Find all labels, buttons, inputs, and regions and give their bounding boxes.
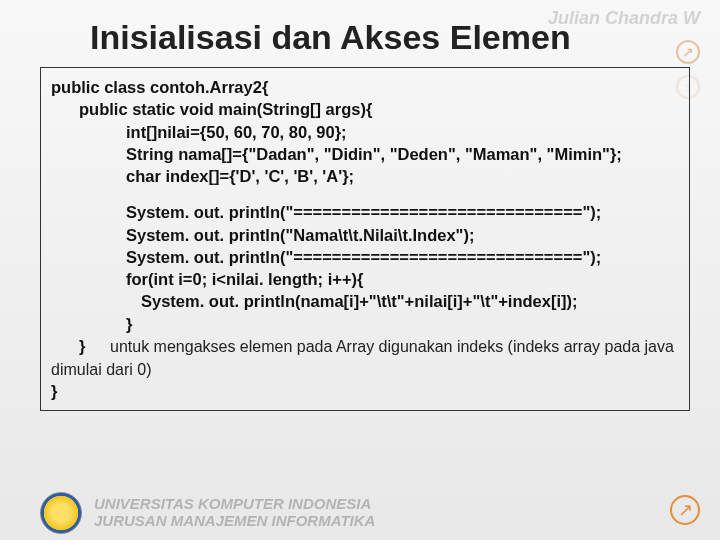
code-line: int[]nilai={50, 60, 70, 80, 90};	[51, 121, 679, 143]
university-logo-icon	[40, 492, 82, 534]
code-line: String nama[]={"Dadan", "Didin", "Deden"…	[51, 143, 679, 165]
arrow-up-icon: ↗	[676, 40, 700, 64]
code-line: }	[51, 313, 679, 335]
author-watermark: Julian Chandra W	[548, 8, 700, 29]
code-line: for(int i=0; i<nilai. length; i++){	[51, 268, 679, 290]
code-line: } untuk mengakses elemen pada Array digu…	[51, 335, 679, 380]
next-arrow-icon[interactable]: ↗	[670, 495, 700, 525]
footer-text: UNIVERSITAS KOMPUTER INDONESIA JURUSAN M…	[94, 496, 375, 529]
code-line: public static void main(String[] args){	[51, 98, 679, 120]
code-line: public class contoh.Array2{	[51, 76, 679, 98]
code-line: System. out. println(nama[i]+"\t\t"+nila…	[51, 290, 679, 312]
annotation-text: untuk mengakses elemen pada Array diguna…	[51, 334, 674, 378]
code-line: char index[]={'D', 'C', 'B', 'A'};	[51, 165, 679, 187]
footer-line2: JURUSAN MANAJEMEN INFORMATIKA	[94, 513, 375, 530]
code-line: }	[51, 380, 679, 402]
footer: UNIVERSITAS KOMPUTER INDONESIA JURUSAN M…	[0, 485, 720, 540]
code-line: System. out. println("==================…	[51, 246, 679, 268]
arrow-up-icon: ↑	[676, 75, 700, 99]
code-block: public class contoh.Array2{ public stati…	[40, 67, 690, 411]
code-line: System. out. println("==================…	[51, 201, 679, 223]
code-line: System. out. println("Nama\t\t.Nilai\t.I…	[51, 224, 679, 246]
footer-line1: UNIVERSITAS KOMPUTER INDONESIA	[94, 496, 375, 513]
